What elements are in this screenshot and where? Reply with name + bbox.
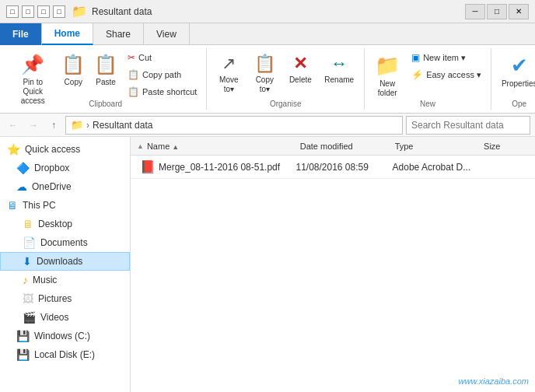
- file-row-pdf[interactable]: 📕 Merge_08-11-2016 08-51.pdf 11/08/2016 …: [131, 156, 535, 179]
- new-group-label: New: [365, 100, 491, 108]
- copy-path-button[interactable]: 📋 Copy path: [123, 67, 201, 82]
- cut-button[interactable]: ✂ Cut: [123, 50, 201, 65]
- paste-shortcut-button[interactable]: 📋 Paste shortcut: [123, 84, 201, 100]
- ribbon-group-clipboard: 📌 Pin to Quickaccess 📋 Copy 📋 Paste ✂ Cu…: [5, 48, 207, 110]
- title-folder-icon: 📁: [72, 4, 87, 19]
- windows-c-icon: 💾: [16, 330, 30, 342]
- sidebar-item-windows-c[interactable]: 💾 Windows (C:): [0, 327, 130, 345]
- dropbox-label: Dropbox: [34, 163, 69, 173]
- documents-label: Documents: [40, 237, 88, 248]
- name-sort-arrow: ▲: [172, 143, 179, 151]
- easy-access-button[interactable]: ⚡ Easy access ▾: [407, 67, 486, 82]
- clipboard-small-group: ✂ Cut 📋 Copy path 📋 Paste shortcut: [123, 50, 201, 100]
- sort-arrow-spacer: ▲: [137, 142, 144, 150]
- dropbox-icon: 🔷: [16, 162, 30, 174]
- onedrive-icon: ☁: [16, 180, 27, 193]
- pdf-icon: 📕: [140, 159, 156, 174]
- file-date-cell: 11/08/2016 08:59: [292, 162, 389, 173]
- pictures-label: Pictures: [38, 293, 72, 304]
- move-to-button[interactable]: ↗ Moveto▾: [212, 50, 246, 98]
- open-group-label: Ope: [491, 100, 535, 108]
- sidebar-item-dropbox[interactable]: 🔷 Dropbox: [0, 159, 130, 177]
- delete-button[interactable]: ✕ Delete: [283, 50, 317, 89]
- sidebar-item-downloads[interactable]: ⬇ Downloads: [0, 252, 130, 271]
- onedrive-label: OneDrive: [32, 181, 72, 192]
- properties-button[interactable]: ✔ Properties: [496, 50, 535, 93]
- tab-file[interactable]: File: [0, 23, 42, 45]
- quick-access-label: Quick access: [25, 144, 80, 155]
- sidebar-item-music[interactable]: ♪ Music: [0, 271, 130, 289]
- ribbon-group-new: 📁 Newfolder ▣ New item ▾ ⚡ Easy access ▾…: [365, 48, 491, 110]
- paste-shortcut-label: Paste shortcut: [142, 87, 197, 96]
- videos-label: Videos: [40, 312, 68, 323]
- file-type-cell: Adobe Acrobat D...: [390, 162, 480, 173]
- sidebar-item-onedrive[interactable]: ☁ OneDrive: [0, 177, 130, 196]
- file-name: Merge_08-11-2016 08-51.pdf: [159, 162, 280, 173]
- organise-group-label: Organise: [207, 100, 364, 108]
- title-icon-2: □: [22, 5, 34, 18]
- sidebar-item-pictures[interactable]: 🖼 Pictures: [0, 289, 130, 308]
- main-area: ⭐ Quick access 🔷 Dropbox ☁ OneDrive 🖥 Th…: [0, 137, 535, 392]
- rename-button[interactable]: ↔ Rename: [319, 50, 359, 89]
- maximize-button[interactable]: □: [487, 4, 507, 19]
- column-header-name[interactable]: Name ▲: [144, 142, 297, 151]
- easy-access-label: Easy access ▾: [426, 70, 481, 80]
- pictures-icon: 🖼: [23, 292, 33, 305]
- sidebar-item-this-pc[interactable]: 🖥 This PC: [0, 196, 130, 215]
- windows-c-label: Windows (C:): [34, 331, 90, 341]
- quick-access-icon: ⭐: [7, 143, 20, 156]
- sidebar-item-documents[interactable]: 📄 Documents: [0, 233, 130, 252]
- music-icon: ♪: [23, 274, 28, 286]
- copy-path-label: Copy path: [142, 70, 181, 79]
- new-item-button[interactable]: ▣ New item ▾: [407, 50, 486, 65]
- documents-icon: 📄: [23, 236, 36, 249]
- desktop-label: Desktop: [38, 219, 72, 229]
- title-bar-icons: □ □ □ □: [6, 5, 65, 18]
- clipboard-group-label: Clipboard: [5, 100, 206, 108]
- ribbon-group-open: ✔ Properties Ope: [491, 48, 535, 110]
- tab-view[interactable]: View: [144, 23, 190, 45]
- this-pc-icon: 🖥: [7, 199, 18, 212]
- downloads-label: Downloads: [37, 256, 82, 267]
- column-header-size[interactable]: Size: [481, 142, 529, 151]
- title-icon-4: □: [53, 5, 65, 18]
- tab-share[interactable]: Share: [93, 23, 144, 45]
- music-label: Music: [33, 275, 57, 285]
- sidebar-item-local-e[interactable]: 💾 Local Disk (E:): [0, 345, 130, 364]
- local-e-icon: 💾: [16, 348, 30, 361]
- new-small-group: ▣ New item ▾ ⚡ Easy access ▾: [407, 50, 486, 82]
- sidebar-item-desktop[interactable]: 🖥 Desktop: [0, 215, 130, 233]
- window-controls: ─ □ ✕: [465, 4, 529, 19]
- downloads-icon: ⬇: [23, 255, 32, 268]
- column-header-date[interactable]: Date modified: [297, 142, 392, 151]
- ribbon: 📌 Pin to Quickaccess 📋 Copy 📋 Paste ✂ Cu…: [0, 45, 535, 114]
- file-list-header: ▲ Name ▲ Date modified Type Size: [131, 137, 535, 156]
- new-folder-button[interactable]: 📁 Newfolder: [369, 50, 405, 102]
- new-item-label: New item ▾: [423, 53, 466, 63]
- desktop-icon: 🖥: [23, 218, 33, 230]
- title-icon-3: □: [37, 5, 50, 18]
- ribbon-group-organise: ↗ Moveto▾ 📋 Copyto▾ ✕ Delete ↔ Rename Or…: [207, 48, 365, 110]
- path-text: Resultant data: [93, 120, 152, 131]
- tab-bar: File Home Share View: [0, 23, 535, 45]
- title-bar: □ □ □ □ 📁 Resultant data ─ □ ✕: [0, 0, 535, 23]
- close-button[interactable]: ✕: [509, 4, 529, 19]
- open-buttons: ✔ Properties: [496, 50, 535, 103]
- file-name-cell: 📕 Merge_08-11-2016 08-51.pdf: [137, 159, 292, 174]
- videos-icon: 🎬: [23, 311, 36, 324]
- sidebar: ⭐ Quick access 🔷 Dropbox ☁ OneDrive 🖥 Th…: [0, 137, 131, 392]
- copy-button[interactable]: 📋 Copy: [58, 50, 89, 91]
- sidebar-item-quick-access[interactable]: ⭐ Quick access: [0, 140, 130, 159]
- this-pc-label: This PC: [23, 200, 56, 211]
- sidebar-item-videos[interactable]: 🎬 Videos: [0, 308, 130, 327]
- title-icon-1: □: [6, 5, 19, 18]
- local-e-label: Local Disk (E:): [34, 349, 95, 360]
- copy-to-button[interactable]: 📋 Copyto▾: [247, 50, 281, 98]
- paste-button[interactable]: 📋 Paste: [90, 50, 121, 91]
- file-list: ▲ Name ▲ Date modified Type Size 📕 Merge…: [131, 137, 535, 392]
- minimize-button[interactable]: ─: [465, 4, 485, 19]
- watermark: www.xiazaiba.com: [459, 376, 529, 386]
- tab-home[interactable]: Home: [42, 23, 93, 45]
- search-input[interactable]: [406, 116, 530, 135]
- column-header-type[interactable]: Type: [392, 142, 481, 151]
